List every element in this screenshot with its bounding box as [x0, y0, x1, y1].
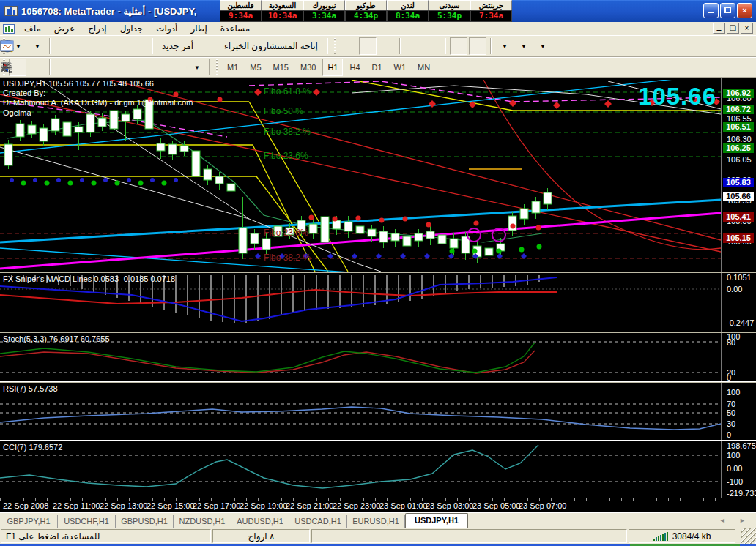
window-minimize-button[interactable] [703, 3, 719, 18]
terminal-button[interactable] [111, 37, 129, 55]
fibonacci-button[interactable]: F [130, 59, 148, 76]
time-label: 22 Sep 19:00 [240, 501, 287, 510]
timeframe-h1[interactable]: H1 [322, 59, 343, 76]
toolbar-grip[interactable] [333, 38, 338, 54]
panel-splitter[interactable] [0, 332, 756, 333]
price-badge: 105.83 [723, 178, 754, 187]
cci-panel[interactable] [0, 441, 721, 497]
auto-scroll-button[interactable] [450, 37, 467, 55]
expert-advisors-button[interactable]: إتاحة المستشارون الخبراء [219, 37, 323, 55]
time-label: 22 Sep 21:00 [286, 501, 333, 510]
menu-item-5[interactable]: إطار [184, 23, 213, 34]
zoom-out-button[interactable] [423, 37, 441, 55]
chart-tab-bar: GBPJPY,H1USDCHF,H1GBPUSD,H1NZDUSD,H1AUDU… [0, 512, 756, 528]
macd-scale-label: 0.00 [727, 285, 742, 293]
traffic-counter: 3084/4 kb [672, 531, 711, 542]
tab-gbpusd[interactable]: GBPUSD,H1 [116, 515, 174, 528]
candlestick-chart-button[interactable] [359, 37, 377, 55]
window-maximize-button[interactable] [720, 3, 735, 18]
resize-grip[interactable] [741, 528, 756, 544]
time-label: 22 Sep 11:00 [53, 501, 100, 510]
panel-splitter[interactable] [0, 381, 756, 383]
channel-button[interactable]: E [111, 59, 129, 76]
periods-button[interactable]: ▼ [514, 37, 532, 55]
clock-city: سيدني [429, 0, 470, 10]
indicators-button[interactable]: + ▼ [495, 37, 513, 55]
timeframe-m1[interactable]: M1 [222, 59, 243, 76]
macd-label: FX Sniper's MACD Lines 0.0583 -0.0185 0.… [3, 274, 175, 283]
zoom-in-button[interactable] [404, 37, 422, 55]
profiles-button[interactable]: ▼ [28, 37, 45, 55]
templates-button[interactable]: ▼ [533, 37, 551, 55]
tab-usdcad[interactable]: USDCAD,H1 [289, 515, 347, 528]
tab-audusd[interactable]: AUDUSD,H1 [231, 515, 289, 528]
market-watch-button[interactable] [54, 37, 72, 55]
tab-eurusd[interactable]: EURUSD,H1 [347, 515, 405, 528]
horizontal-line-button[interactable] [73, 59, 91, 76]
line-chart-button[interactable] [378, 37, 396, 55]
menu-item-6[interactable]: مساعدة [214, 23, 257, 34]
timeframe-d1[interactable]: D1 [367, 59, 388, 76]
bar-chart-button[interactable] [340, 37, 357, 55]
time-axis[interactable]: 22 Sep 200822 Sep 11:0022 Sep 13:0022 Se… [0, 498, 756, 512]
vertical-line-button[interactable] [54, 59, 72, 76]
trendline-button[interactable] [92, 59, 110, 76]
timeframe-w1[interactable]: W1 [389, 59, 412, 76]
price-badge: 105.41 [723, 212, 754, 222]
timeframe-m30[interactable]: M30 [295, 59, 321, 76]
timeframe-mn[interactable]: MN [412, 59, 435, 76]
fibo-label: Fibo 61.8 % [264, 86, 311, 97]
timeframe-m5[interactable]: M5 [245, 59, 266, 76]
mdi-restore-button[interactable]: ❏ [727, 23, 739, 34]
menu-item-4[interactable]: أدوات [149, 23, 184, 34]
crosshair-button[interactable] [28, 59, 45, 76]
price-badge: 106.72 [723, 105, 754, 114]
data-window-button[interactable] [73, 37, 91, 55]
chart-created-by: Created By: [3, 89, 45, 97]
menu-item-0[interactable]: ملف [18, 23, 48, 34]
metaeditor-button[interactable]: ! [200, 37, 218, 55]
panel-splitter[interactable] [0, 440, 756, 441]
panel-splitter[interactable] [0, 272, 756, 273]
clock-0: فلسطين9:34a [220, 0, 262, 22]
timeframe-h4[interactable]: H4 [344, 59, 365, 76]
window-close-button[interactable]: × [737, 3, 752, 18]
rsi-scale-label: 70 [727, 400, 735, 408]
menu-item-2[interactable]: إدراج [81, 23, 114, 34]
time-label: 22 Sep 17:00 [193, 501, 240, 510]
price-badge: 106.51 [723, 122, 754, 132]
time-label: 22 Sep 15:00 [147, 501, 194, 510]
status-empty-cell [311, 529, 627, 543]
timeframe-m15[interactable]: M15 [268, 59, 294, 76]
mdi-close-button[interactable]: × [741, 23, 753, 34]
menu-item-3[interactable]: جداول [114, 23, 150, 34]
chevron-down-icon: ▼ [540, 43, 546, 50]
menu-item-1[interactable]: عرض [48, 23, 81, 34]
navigator-button[interactable]: ★ [92, 37, 110, 55]
tab-usdchf[interactable]: USDCHF,H1 [58, 515, 116, 528]
time-label: 23 Sep 07:00 [519, 501, 566, 510]
clock-2: نيويورك3:34a [303, 0, 345, 22]
fibo-label: Fibo 50 % [264, 106, 303, 116]
mdi-minimize-button[interactable]: ــ [713, 23, 725, 34]
clock-time: 9:34a [220, 10, 262, 22]
chart-watermark: Ogeima [3, 108, 32, 117]
template-icon [0, 40, 15, 52]
tab-gbpjpy[interactable]: GBPJPY,H1 [0, 515, 58, 528]
chevron-down-icon: ▼ [521, 43, 527, 50]
rsi-scale-label: 100 [727, 388, 740, 397]
price-scale[interactable]: 106.80106.55106.30106.05105.80105.55105.… [721, 78, 756, 498]
arrows-button[interactable]: ▼ [188, 59, 205, 76]
text-button[interactable]: A [149, 59, 167, 76]
chart-shift-button[interactable] [469, 37, 486, 55]
tab-nzdusd[interactable]: NZDUSD,H1 [174, 515, 231, 528]
new-order-button[interactable]: + أمر جديد [157, 37, 199, 55]
tab-usdjpy[interactable]: USDJPY,H1 [405, 513, 468, 528]
strategy-tester-button[interactable] [130, 37, 148, 55]
rsi-panel[interactable] [0, 383, 721, 440]
toolbar-grip[interactable] [215, 59, 220, 75]
text-label-button[interactable]: T [168, 59, 186, 76]
tab-scroll-arrows[interactable]: ◄ ► [719, 517, 752, 524]
new-order-label: أمر جديد [162, 41, 193, 51]
price-chart[interactable] [0, 80, 721, 272]
